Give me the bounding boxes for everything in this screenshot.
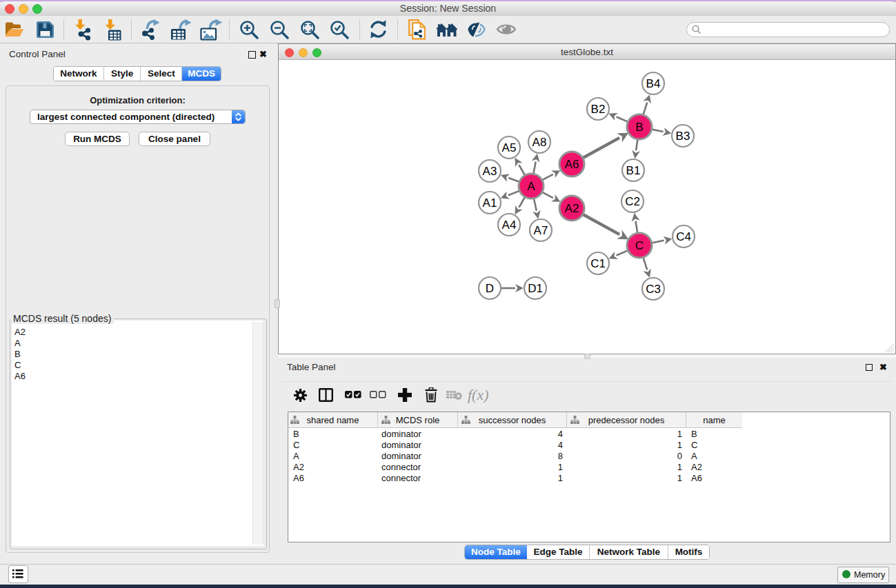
svg-text:D: D [486, 282, 494, 295]
svg-text:C4: C4 [676, 230, 691, 243]
svg-text:A5: A5 [502, 141, 517, 154]
svg-text:A2: A2 [565, 202, 579, 215]
svg-text:C: C [635, 239, 644, 252]
svg-text:A8: A8 [532, 136, 547, 149]
svg-text:B2: B2 [591, 103, 606, 116]
svg-text:C2: C2 [625, 195, 640, 208]
svg-text:A3: A3 [483, 165, 497, 178]
svg-text:A1: A1 [483, 196, 497, 210]
svg-text:C3: C3 [646, 283, 661, 296]
svg-text:B4: B4 [646, 77, 661, 90]
svg-text:B3: B3 [676, 130, 690, 143]
svg-text:B1: B1 [626, 164, 641, 177]
svg-text:A6: A6 [565, 158, 579, 171]
svg-text:C1: C1 [590, 257, 606, 270]
svg-text:D1: D1 [528, 282, 543, 295]
svg-text:B: B [635, 121, 643, 134]
svg-text:A4: A4 [502, 219, 517, 232]
svg-text:A7: A7 [534, 224, 548, 237]
svg-text:A: A [527, 180, 535, 193]
